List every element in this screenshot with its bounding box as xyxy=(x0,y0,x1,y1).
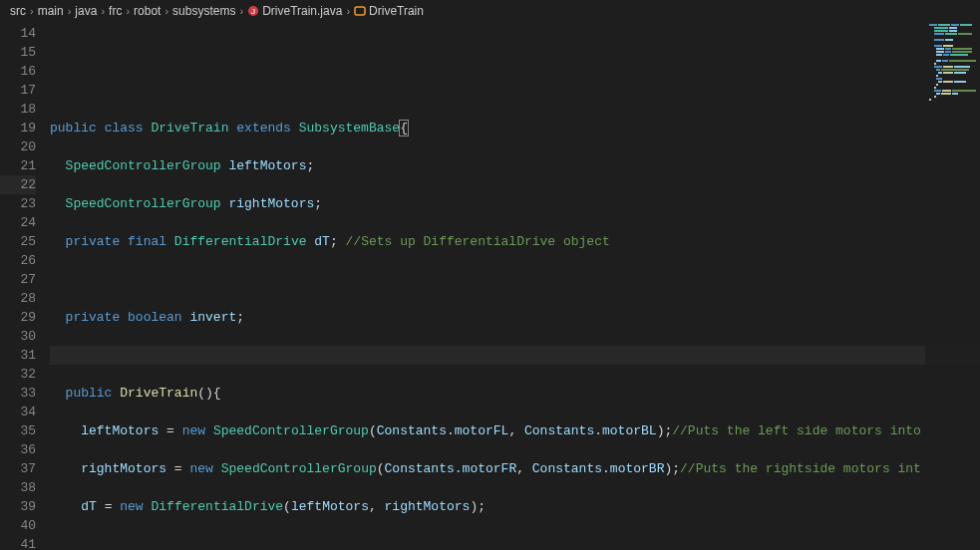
line-number[interactable]: 30 xyxy=(0,327,36,346)
breadcrumb-item[interactable]: robot xyxy=(134,4,161,18)
chevron-right-icon: › xyxy=(68,5,72,17)
svg-rect-2 xyxy=(355,7,365,15)
breadcrumb[interactable]: src› main› java› frc› robot› subsystems›… xyxy=(0,0,980,22)
code-line[interactable] xyxy=(50,270,980,289)
line-number-gutter[interactable]: 14 15 16 17 18 19 20 21 22 23 24 25 26 2… xyxy=(0,22,50,550)
code-line[interactable]: private final DifferentialDrive dT; //Se… xyxy=(50,232,980,251)
chevron-right-icon: › xyxy=(164,5,168,17)
code-line[interactable]: public class DriveTrain extends Subsyste… xyxy=(50,119,980,138)
code-line[interactable] xyxy=(50,535,980,550)
code-line[interactable]: dT = new DifferentialDrive(leftMotors, r… xyxy=(50,497,980,516)
chevron-right-icon: › xyxy=(101,5,105,17)
java-file-icon: J xyxy=(247,5,259,17)
code-area[interactable]: public class DriveTrain extends Subsyste… xyxy=(50,22,980,550)
code-line[interactable] xyxy=(50,81,980,100)
line-number[interactable]: 38 xyxy=(0,478,36,497)
line-number[interactable]: 21 xyxy=(0,156,36,175)
line-number[interactable]: 28 xyxy=(0,289,36,308)
line-number[interactable]: 32 xyxy=(0,365,36,384)
line-number[interactable]: 16 xyxy=(0,62,36,81)
code-line[interactable]: SpeedControllerGroup rightMotors; xyxy=(50,194,980,213)
line-number[interactable]: 26 xyxy=(0,251,36,270)
chevron-right-icon: › xyxy=(126,5,130,17)
breadcrumb-item[interactable]: subsystems xyxy=(172,4,235,18)
line-number[interactable]: 27 xyxy=(0,270,36,289)
code-line[interactable]: private boolean invert; xyxy=(50,308,980,327)
svg-text:J: J xyxy=(251,7,255,16)
line-number[interactable]: 35 xyxy=(0,421,36,440)
chevron-right-icon: › xyxy=(30,5,34,17)
line-number[interactable]: 17 xyxy=(0,81,36,100)
line-number[interactable]: 14 xyxy=(0,24,36,43)
line-number[interactable]: 33 xyxy=(0,384,36,403)
line-number[interactable]: 19 xyxy=(0,119,36,138)
line-number[interactable]: 23 xyxy=(0,194,36,213)
line-number[interactable]: 15 xyxy=(0,43,36,62)
line-number[interactable]: 31 xyxy=(0,346,36,365)
code-line[interactable] xyxy=(50,43,980,62)
code-line-current[interactable] xyxy=(50,346,980,365)
breadcrumb-symbol[interactable]: DriveTrain xyxy=(369,4,424,18)
code-line[interactable]: SpeedControllerGroup leftMotors; xyxy=(50,156,980,175)
breadcrumb-item[interactable]: src xyxy=(10,4,26,18)
chevron-right-icon: › xyxy=(239,5,243,17)
code-editor[interactable]: 14 15 16 17 18 19 20 21 22 23 24 25 26 2… xyxy=(0,22,980,550)
breadcrumb-item[interactable]: main xyxy=(38,4,64,18)
breadcrumb-item[interactable]: frc xyxy=(109,4,122,18)
line-number[interactable]: 34 xyxy=(0,403,36,421)
line-number[interactable]: 41 xyxy=(0,535,36,550)
line-number[interactable]: 39 xyxy=(0,497,36,516)
minimap-content xyxy=(925,22,980,104)
line-number[interactable]: 37 xyxy=(0,459,36,478)
code-line[interactable]: leftMotors = new SpeedControllerGroup(Co… xyxy=(50,421,980,440)
line-number[interactable]: 25 xyxy=(0,232,36,251)
line-number[interactable]: 40 xyxy=(0,516,36,535)
line-number[interactable]: 22 xyxy=(0,175,36,194)
breadcrumb-file[interactable]: DriveTrain.java xyxy=(262,4,342,18)
chevron-right-icon: › xyxy=(346,5,350,17)
line-number[interactable]: 36 xyxy=(0,440,36,459)
breadcrumb-item[interactable]: java xyxy=(75,4,97,18)
line-number[interactable]: 29 xyxy=(0,308,36,327)
line-number[interactable]: 18 xyxy=(0,100,36,119)
class-symbol-icon xyxy=(354,5,366,17)
line-number[interactable]: 20 xyxy=(0,138,36,156)
code-line[interactable]: public DriveTrain(){ xyxy=(50,384,980,403)
code-line[interactable]: rightMotors = new SpeedControllerGroup(C… xyxy=(50,459,980,478)
minimap[interactable] xyxy=(925,22,980,550)
line-number[interactable]: 24 xyxy=(0,213,36,232)
